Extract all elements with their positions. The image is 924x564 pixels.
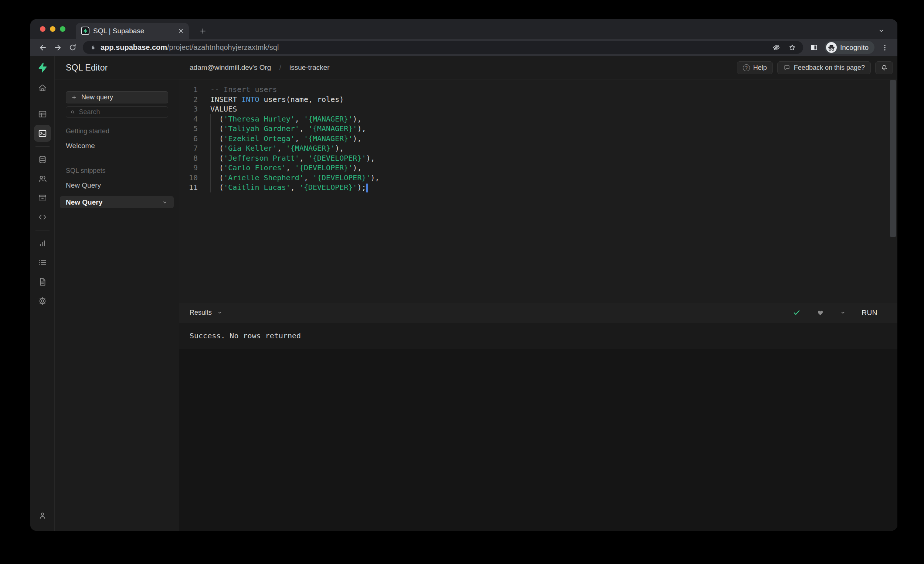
code-line[interactable]: 3VALUES	[179, 104, 897, 114]
lock-icon	[90, 44, 97, 51]
code-line[interactable]: 5 ('Taliyah Gardner', '{MANAGER}'),	[179, 124, 897, 134]
sidebar-item-label: Welcome	[66, 142, 95, 150]
line-number: 4	[179, 114, 198, 124]
minimize-window-button[interactable]	[50, 26, 56, 32]
line-text: ('Taliyah Gardner', '{MANAGER}'),	[210, 124, 366, 134]
code-line[interactable]: 7 ('Gia Keller', '{MANAGER}'),	[179, 143, 897, 153]
chat-bubble-icon	[783, 64, 790, 71]
sidebar-item-label: New Query	[66, 181, 101, 190]
eye-slash-icon[interactable]	[772, 43, 781, 52]
browser-window: SQL | Supabase app.supabase.com/project/…	[30, 19, 897, 531]
code-line[interactable]: 4 ('Theresa Hurley', '{MANAGER}'),	[179, 114, 897, 124]
macos-traffic-lights	[30, 19, 65, 39]
line-text: ('Arielle Shepherd', '{DEVELOPER}'),	[210, 173, 380, 183]
settings-gear-icon[interactable]	[34, 293, 51, 310]
code-line[interactable]: 1-- Insert users	[179, 85, 897, 94]
run-options-chevron-icon[interactable]	[840, 310, 846, 316]
breadcrumb: adam@windmill.dev's Org / issue-tracker	[190, 64, 330, 72]
bell-icon	[880, 64, 888, 72]
results-dropdown[interactable]: Results	[190, 309, 222, 317]
auth-users-icon[interactable]	[34, 170, 51, 187]
sql-code-editor[interactable]: 1-- Insert users2INSERT INTO users(name,…	[179, 79, 897, 303]
bookmark-star-icon[interactable]	[788, 43, 796, 52]
code-line[interactable]: 2INSERT INTO users(name, roles)	[179, 94, 897, 105]
line-text: ('Carlo Flores', '{DEVELOPER}'),	[210, 163, 362, 173]
tab-strip: SQL | Supabase	[30, 19, 897, 39]
search-input[interactable]	[79, 108, 164, 116]
run-button[interactable]: RUN	[861, 309, 878, 317]
help-icon: ?	[743, 64, 750, 71]
query-status-message: Success. No rows returned	[179, 322, 897, 349]
line-number: 3	[179, 104, 198, 114]
browser-menu-icon[interactable]	[878, 40, 892, 55]
incognito-label: Incognito	[840, 43, 868, 52]
line-number: 2	[179, 94, 198, 105]
incognito-icon	[826, 42, 837, 53]
help-button[interactable]: ? Help	[737, 61, 773, 74]
home-icon[interactable]	[34, 79, 51, 96]
page-title: SQL Editor	[66, 63, 108, 72]
code-line[interactable]: 6 ('Ezekiel Ortega', '{MANAGER}'),	[179, 134, 897, 144]
sidebar-sections: Getting startedWelcomeSQL snippetsNew Qu…	[55, 127, 179, 208]
code-line[interactable]: 9 ('Carlo Flores', '{DEVELOPER}'),	[179, 163, 897, 173]
breadcrumb-project[interactable]: issue-tracker	[290, 64, 330, 72]
results-label: Results	[190, 309, 212, 317]
code-line[interactable]: 10 ('Arielle Shepherd', '{DEVELOPER}'),	[179, 173, 897, 183]
forward-icon[interactable]	[50, 40, 65, 55]
side-panel-icon[interactable]	[807, 40, 822, 55]
incognito-badge[interactable]: Incognito	[825, 41, 874, 54]
close-window-button[interactable]	[40, 26, 45, 32]
sidebar-item[interactable]: Welcome	[55, 138, 179, 154]
url-host: app.supabase.com	[100, 43, 167, 51]
edge-functions-icon[interactable]	[34, 209, 51, 226]
sidebar-section-label: Getting started	[55, 127, 179, 135]
new-tab-icon[interactable]	[195, 23, 210, 39]
table-editor-icon[interactable]	[34, 106, 51, 123]
line-text: ('Caitlin Lucas', '{DEVELOPER}');	[210, 183, 368, 192]
sidebar-item[interactable]: New Query	[55, 178, 179, 193]
docs-file-icon[interactable]	[34, 273, 51, 290]
rail-divider	[36, 146, 50, 147]
supabase-app: SQL Editor adam@windmill.dev's Org / iss…	[30, 56, 897, 531]
line-number: 6	[179, 134, 198, 144]
text-cursor	[366, 184, 368, 192]
address-bar[interactable]: app.supabase.com/project/azahtnhqohyjerz…	[83, 41, 803, 54]
code-line[interactable]: 8 ('Jefferson Pratt', '{DEVELOPER}'),	[179, 153, 897, 163]
reports-chart-icon[interactable]	[34, 235, 51, 252]
sidebar-item-label: New Query	[66, 198, 102, 206]
line-text: ('Gia Keller', '{MANAGER}'),	[210, 143, 344, 153]
feedback-label: Feedback on this page?	[794, 64, 865, 72]
line-text: -- Insert users	[210, 85, 277, 94]
browser-tab[interactable]: SQL | Supabase	[76, 23, 189, 39]
breadcrumb-separator: /	[279, 64, 281, 72]
database-icon[interactable]	[34, 151, 51, 168]
favorite-heart-icon[interactable]	[816, 309, 824, 317]
sidebar-item[interactable]: New Query	[60, 196, 174, 208]
back-icon[interactable]	[36, 40, 50, 55]
nav-rail	[30, 56, 55, 531]
notifications-button[interactable]	[875, 61, 893, 74]
account-person-icon[interactable]	[34, 507, 51, 524]
line-number: 7	[179, 143, 198, 153]
code-line[interactable]: 11 ('Caitlin Lucas', '{DEVELOPER}');	[179, 183, 897, 192]
sql-editor-icon[interactable]	[34, 125, 51, 142]
url-path: /project/azahtnhqohyjerzaxtmk/sql	[167, 43, 279, 51]
search-input-wrap	[66, 106, 168, 118]
new-query-button[interactable]: New query	[66, 91, 168, 103]
line-number: 1	[179, 85, 198, 94]
help-label: Help	[753, 64, 767, 72]
supabase-logo-icon[interactable]	[37, 62, 48, 73]
supabase-favicon-icon	[81, 27, 90, 35]
logs-list-icon[interactable]	[34, 254, 51, 271]
storage-icon[interactable]	[34, 190, 51, 206]
reload-icon[interactable]	[65, 40, 80, 55]
line-text: VALUES	[210, 104, 237, 114]
chevron-down-icon	[162, 199, 168, 205]
close-tab-icon[interactable]	[177, 27, 184, 34]
breadcrumb-org[interactable]: adam@windmill.dev's Org	[190, 64, 271, 72]
results-toolbar: Results RUN	[179, 303, 897, 322]
zoom-window-button[interactable]	[60, 26, 65, 32]
editor-scrollbar-thumb[interactable]	[890, 80, 896, 237]
feedback-button[interactable]: Feedback on this page?	[777, 61, 871, 74]
tab-search-chevron-icon[interactable]	[874, 23, 888, 39]
